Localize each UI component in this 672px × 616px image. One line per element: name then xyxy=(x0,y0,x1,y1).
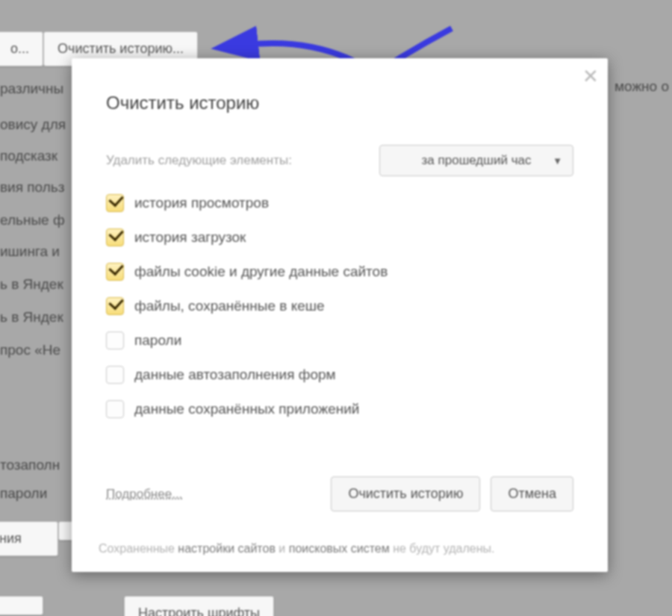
option-label: данные автозаполнения форм xyxy=(134,367,336,383)
bg-text: подсказк xyxy=(0,148,57,164)
option-autofill[interactable]: данные автозаполнения форм xyxy=(106,366,573,384)
close-icon[interactable]: ✕ xyxy=(582,69,597,84)
bg-text: вия польз xyxy=(0,179,64,196)
dialog-title: Очистить историю xyxy=(106,93,259,113)
option-label: файлы cookie и другие данные сайтов xyxy=(134,264,388,280)
option-download-history[interactable]: история загрузок xyxy=(106,228,573,246)
options-list: история просмотров история загрузок файл… xyxy=(106,194,573,435)
period-label: Удалить следующие элементы: xyxy=(106,153,292,168)
checkbox-icon[interactable] xyxy=(106,263,124,281)
bg-button[interactable] xyxy=(0,596,43,615)
option-label: данные сохранённых приложений xyxy=(134,401,359,417)
bg-text-right: можно о xyxy=(615,78,669,95)
bg-text: ь в Яндек xyxy=(0,276,63,293)
bg-text: ишинга и xyxy=(0,243,60,260)
bg-text: тозаполн xyxy=(0,457,60,473)
bg-text: ельные ф xyxy=(0,212,65,228)
checkbox-icon[interactable] xyxy=(106,332,124,349)
option-passwords[interactable]: пароли xyxy=(106,332,573,349)
bg-text: ь в Яндек xyxy=(0,309,63,326)
option-app-data[interactable]: данные сохранённых приложений xyxy=(106,400,573,418)
time-range-value: за прошедший час xyxy=(422,153,532,168)
option-browsing-history[interactable]: история просмотров xyxy=(106,194,573,212)
clear-history-button[interactable]: Очистить историю xyxy=(331,476,480,511)
clear-history-dialog: ✕ Очистить историю Удалить следующие эле… xyxy=(72,58,608,572)
bg-text: овису для xyxy=(0,116,66,133)
chevron-down-icon: ▼ xyxy=(553,155,562,167)
cancel-button[interactable]: Отмена xyxy=(491,476,573,511)
checkbox-icon[interactable] xyxy=(106,228,124,246)
checkbox-icon[interactable] xyxy=(106,366,124,384)
bg-text: прос «Не xyxy=(0,342,60,358)
dialog-footnote: Сохраненные настройки сайтов и поисковых… xyxy=(99,542,581,556)
time-range-select[interactable]: за прошедший час ▼ xyxy=(379,145,573,176)
bg-button-fonts[interactable]: Настроить шрифты xyxy=(124,596,274,616)
checkbox-icon[interactable] xyxy=(106,297,124,315)
option-label: история загрузок xyxy=(134,229,246,246)
option-cookies[interactable]: файлы cookie и другие данные сайтов xyxy=(106,263,573,281)
option-label: пароли xyxy=(134,332,181,349)
bg-button-partial[interactable]: о... xyxy=(0,31,43,66)
bg-text: различны xyxy=(0,81,63,97)
checkbox-icon[interactable] xyxy=(106,194,124,212)
option-cache[interactable]: файлы, сохранённые в кеше xyxy=(106,297,573,315)
option-label: история просмотров xyxy=(134,195,269,211)
bg-text: пароли xyxy=(0,485,47,502)
more-link[interactable]: Подробнее... xyxy=(106,487,182,502)
bg-button[interactable]: ния xyxy=(0,521,58,556)
checkbox-icon[interactable] xyxy=(106,400,124,418)
option-label: файлы, сохранённые в кеше xyxy=(134,298,325,314)
